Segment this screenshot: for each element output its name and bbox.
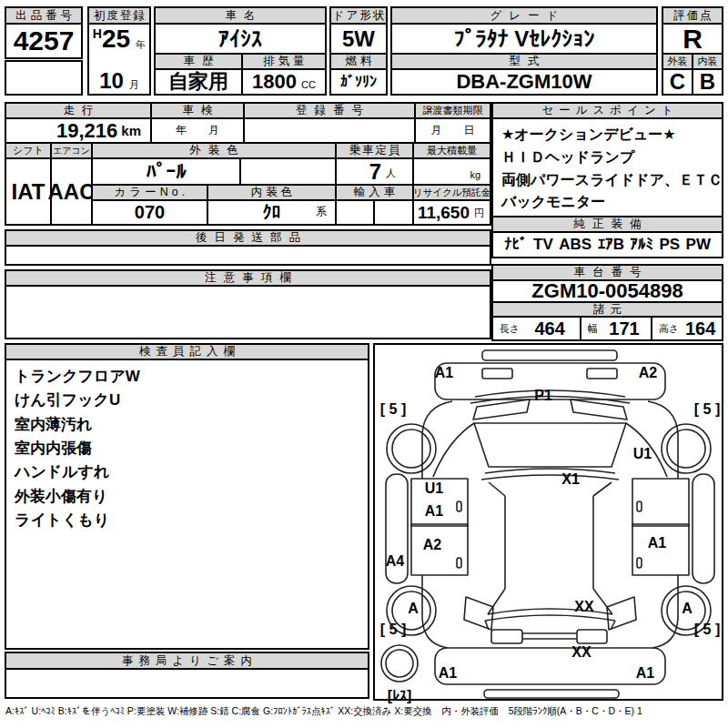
grade-header: グレード bbox=[390, 6, 658, 25]
damage-code: [ 5 ] bbox=[694, 622, 720, 637]
sales-point: ＨＩＤヘッドランプ bbox=[501, 147, 713, 169]
exterior-color-extra-cell bbox=[239, 157, 337, 186]
damage-code: P1 bbox=[534, 389, 552, 403]
first-registration-header: 初度登録 bbox=[87, 6, 151, 25]
inspector-note: 室内内張傷 bbox=[15, 437, 359, 460]
capacity-value: 7 人 bbox=[335, 157, 414, 186]
damage-code: [ 5 ] bbox=[380, 402, 406, 417]
transfer-deadline-value: 月 日 bbox=[414, 117, 491, 144]
payload-value: kg bbox=[412, 157, 491, 186]
sales-points-body: ★オークションデビュー★ ＨＩＤヘッドランプ 両側パワースライドドア、ＥＴＣ バ… bbox=[491, 117, 723, 217]
interior-grade-value: B bbox=[692, 68, 723, 96]
recycle-fee-value: 11,650 円 bbox=[412, 199, 491, 226]
vin-value: ZGM10-0054898 bbox=[491, 279, 723, 303]
inspector-note: けん引フックU bbox=[15, 389, 359, 412]
car-name-header: 車名 bbox=[154, 6, 327, 25]
shift-value: IAT bbox=[5, 157, 52, 226]
damage-code: XX bbox=[574, 600, 593, 614]
auction-sheet: 出品番号 4257 初度登録 H 25 年 10 月 車名 ｱｲｼｽ 車歴 自家… bbox=[0, 0, 728, 728]
caution-value bbox=[5, 285, 491, 339]
equipment-item: TV bbox=[533, 236, 553, 254]
damage-code: X1 bbox=[561, 472, 580, 487]
score-value: R bbox=[662, 23, 723, 55]
inspector-note: 室内薄汚れ bbox=[15, 413, 359, 437]
inspector-note: トランクフロアW bbox=[15, 365, 359, 389]
spec-height: 高さ 164 bbox=[651, 316, 723, 341]
recycle-fee-unit: 円 bbox=[474, 207, 484, 224]
later-parts-value bbox=[5, 245, 491, 266]
capacity-unit: 人 bbox=[386, 167, 396, 184]
damage-code: A1 bbox=[439, 666, 457, 681]
era-mark: H bbox=[93, 26, 102, 41]
damage-code: [ 5 ] bbox=[380, 622, 406, 637]
damage-code: A1 bbox=[435, 366, 453, 380]
exterior-color-value: ﾊﾟｰﾙ bbox=[91, 157, 241, 186]
damage-code: A1 bbox=[636, 666, 654, 681]
damage-diagram: A1A2P1[ 5 ][ 5 ]U1X1U1A1A2A1A4AAXX[ 5 ][… bbox=[373, 343, 723, 701]
door-shape-header: ドア形状 bbox=[329, 6, 388, 25]
equipment-item: ｴｱB bbox=[598, 236, 624, 254]
equipment-item: ｱﾙﾐ bbox=[630, 236, 653, 254]
damage-code: A2 bbox=[423, 538, 441, 552]
sales-point: ★オークションデビュー★ bbox=[501, 124, 713, 147]
damage-code: [ﾚｽ] bbox=[388, 689, 412, 703]
damage-code: XX bbox=[571, 645, 591, 660]
displacement-unit: CC bbox=[301, 79, 316, 94]
office-header: 事務局よりご案内 bbox=[5, 652, 369, 670]
damage-code: A bbox=[408, 602, 419, 616]
interior-color-value: ｸﾛ 系 bbox=[207, 199, 337, 226]
spec-width: 幅 171 bbox=[580, 316, 652, 341]
interior-color-suffix: 系 bbox=[316, 204, 327, 219]
score-header: 評価点 bbox=[662, 6, 723, 25]
damage-code: [ 5 ] bbox=[694, 402, 720, 417]
damage-code: U1 bbox=[633, 447, 652, 461]
damage-code: A4 bbox=[386, 554, 404, 569]
equipment-value: ﾅﾋﾞ TV ABS ｴｱB ｱﾙﾐ PS PW bbox=[491, 231, 723, 258]
damage-code: A bbox=[682, 602, 693, 616]
inspector-body: トランクフロアW けん引フックU 室内薄汚れ 室内内張傷 ハンドルすれ 外装小傷… bbox=[5, 359, 369, 650]
inspector-note: ライトくもり bbox=[15, 509, 359, 532]
equipment-item: PS bbox=[659, 236, 680, 254]
equipment-item: ABS bbox=[559, 236, 592, 254]
lot-number-value: 4257 bbox=[5, 23, 83, 59]
damage-code: A1 bbox=[648, 536, 666, 551]
first-registration-month: 10 月 bbox=[93, 70, 146, 92]
import-value-cell-2 bbox=[373, 199, 414, 226]
inspector-note: 外装小傷有り bbox=[15, 485, 359, 509]
sales-point: 両側パワースライドドア、ＥＴＣ bbox=[501, 169, 713, 192]
lot-number-header: 出品番号 bbox=[5, 6, 83, 25]
office-body bbox=[5, 668, 369, 699]
color-no-value: 070 bbox=[91, 199, 208, 226]
damage-code: U1 bbox=[425, 481, 443, 496]
history-value: 自家用 bbox=[154, 68, 243, 96]
lot-extra-box bbox=[5, 60, 83, 96]
door-shape-value: 5W bbox=[329, 23, 388, 55]
model-code-value: DBA-ZGM10W bbox=[390, 68, 658, 96]
import-value-cell-1 bbox=[335, 199, 375, 226]
inspector-note: ハンドルすれ bbox=[15, 460, 359, 484]
sales-point: バックモニター bbox=[501, 191, 713, 214]
inspection-value: 年 月 bbox=[150, 117, 245, 144]
ac-value: AAC bbox=[50, 157, 93, 226]
fuel-value: ｶﾞｿﾘﾝ bbox=[329, 68, 388, 96]
car-name-value: ｱｲｼｽ bbox=[154, 23, 327, 55]
first-registration-value: H 25 年 10 月 bbox=[87, 23, 151, 96]
grade-value: ﾌﾟﾗﾀﾅ Vｾﾚｸｼｮﾝ bbox=[390, 23, 658, 55]
displacement-value: 1800 CC bbox=[241, 68, 327, 96]
first-registration-year: H 25 年 bbox=[93, 26, 146, 52]
registration-number-value bbox=[243, 117, 416, 144]
exterior-grade-value: C bbox=[662, 68, 693, 96]
equipment-item: PW bbox=[686, 236, 711, 254]
damage-code: A2 bbox=[639, 366, 657, 380]
mileage-value: 19,216 km bbox=[5, 117, 152, 144]
legend-text: A:ｷｽﾞ U:ﾍｺﾐ B:ｷｽﾞを伴うﾍｺﾐ P:要塗装 W:補修跡 S:錆 … bbox=[5, 705, 726, 718]
spec-length: 長さ 464 bbox=[491, 316, 581, 341]
equipment-item: ﾅﾋﾞ bbox=[504, 236, 528, 254]
damage-code: A1 bbox=[425, 504, 443, 519]
mileage-unit: km bbox=[121, 123, 141, 138]
